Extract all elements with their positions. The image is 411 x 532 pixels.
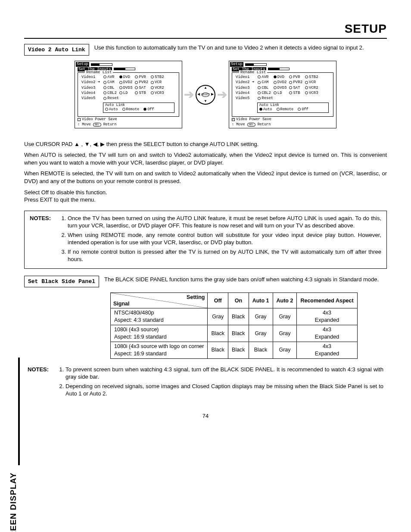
notes-label: NOTES: — [30, 215, 56, 265]
notes-item: Once the TV has been turned on using the… — [68, 215, 381, 230]
settings-table: Setting Signal Off On Auto 1 Auto 2 Reco… — [110, 292, 358, 358]
table-cell: Black — [228, 325, 249, 342]
body-para: Select Off to disable this function. — [24, 189, 387, 196]
notes-box: NOTES: Once the TV has been turned on us… — [24, 211, 387, 269]
table-cell: Black — [208, 325, 228, 342]
body-para: Press EXIT to quit the menu. — [24, 196, 387, 204]
page-number: 74 — [24, 412, 387, 420]
table-header: Auto 1 — [249, 293, 273, 308]
arrow-right-icon: ➔ — [217, 87, 227, 103]
osd-row: Setup Set The Inputs Rename List Video1A… — [24, 61, 387, 128]
table-cell: NTSC/480i/480p Aspect: 4:3 standard — [111, 308, 208, 325]
section-label-autolink: Video 2 Auto Link — [24, 44, 89, 56]
table-header: Recomended Aspect — [297, 293, 357, 308]
notes-item: To prevent screen burn when watching 4:3… — [65, 366, 383, 381]
notes-box: NOTES: To prevent screen burn when watch… — [24, 366, 387, 399]
body-para: When AUTO is selected, the TV will turn … — [24, 151, 387, 166]
notes-item: When using REMOTE mode, any remote contr… — [68, 231, 381, 246]
table-cell: Gray — [273, 325, 297, 342]
table-cell: Gray — [249, 308, 273, 325]
notes-list: Once the TV has been turned on using the… — [60, 215, 381, 265]
notes-item: Depending on received signals, some imag… — [65, 383, 383, 398]
notes-list: To prevent screen burn when watching 4:3… — [58, 366, 383, 399]
dpad-icon: ▲▼◀▶ SELECT — [196, 85, 215, 105]
table-cell: Gray — [208, 308, 228, 325]
table-cell: 4x3 Expanded — [297, 308, 357, 325]
page-title: SETUP — [24, 21, 387, 39]
table-header: On — [228, 293, 249, 308]
table-row: 1080i (4x3 source with logo on corner As… — [111, 342, 358, 358]
table-cell: Gray — [249, 325, 273, 342]
table-cell: Black — [249, 342, 273, 358]
table-cell: Gray — [273, 308, 297, 325]
side-tab: ON-SCREEN DISPLAY — [8, 358, 20, 437]
notes-label: NOTES: — [28, 366, 53, 399]
table-cell: Black — [228, 308, 249, 325]
table-header: Off — [208, 293, 228, 308]
table-header: Auto 2 — [273, 293, 297, 308]
table-row: NTSC/480i/480p Aspect: 4:3 standardGrayB… — [111, 308, 358, 325]
body-para: Use CURSOR PAD ▲ , ▼, ◀, ▶ then press th… — [24, 140, 387, 148]
body-para: When REMOTE is selected, the TV will tur… — [24, 170, 387, 185]
table-cell: 1080i (4x3 source) Aspect: 16:9 standard — [111, 325, 208, 342]
notes-item: If no remote control button is pressed a… — [68, 248, 381, 263]
table-cell: Black — [228, 342, 249, 358]
section-label-blackside: Set Black Side Panel — [24, 276, 99, 288]
arrow-right-icon: ➔ — [184, 87, 194, 103]
table-row: 1080i (4x3 source) Aspect: 16:9 standard… — [111, 325, 358, 342]
osd-panel: Setup Set The Inputs Rename List Video1A… — [75, 61, 182, 128]
table-cell: 4x3 Expanded — [297, 325, 357, 342]
table-cell: Black — [208, 342, 228, 358]
table-header-split: Setting Signal — [111, 293, 208, 308]
section-intro: The BLACK SIDE PANEL function turns the … — [104, 276, 387, 283]
section-intro: Use this function to automatically turn … — [94, 44, 387, 52]
table-cell: Gray — [273, 342, 297, 358]
table-cell: 1080i (4x3 source with logo on corner As… — [111, 342, 208, 358]
table-cell: 4x3 Expanded — [297, 342, 357, 358]
osd-panel: Setup Set The Inputs Rename List Video1A… — [229, 61, 336, 128]
